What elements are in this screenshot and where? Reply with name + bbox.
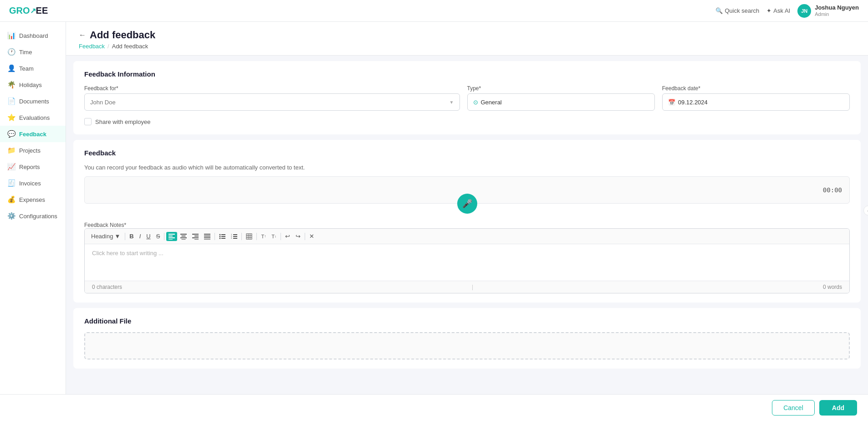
dropdown-arrow-icon: ▼: [449, 100, 454, 105]
back-button[interactable]: ←: [79, 31, 86, 39]
word-count: 0 words: [823, 284, 842, 290]
ask-ai-button[interactable]: ✦ Ask AI: [766, 7, 790, 14]
sidebar-item-invoices[interactable]: 🧾 Invoices: [0, 175, 66, 191]
ordered-list-button[interactable]: 1.2.3.: [229, 232, 240, 241]
calendar-icon: 📅: [668, 99, 675, 106]
feedback-section: Feedback You can record your feedback as…: [73, 140, 861, 303]
feedback-icon: 💬: [7, 130, 15, 138]
sidebar-item-expenses[interactable]: 💰 Expenses: [0, 191, 66, 208]
sidebar-item-documents[interactable]: 📄 Documents: [0, 93, 66, 109]
sidebar-item-team[interactable]: 👤 Team: [0, 60, 66, 77]
invoices-icon: 🧾: [7, 179, 15, 187]
heading-select[interactable]: Heading ▼: [88, 231, 123, 241]
feedback-for-group: Feedback for* ▼: [84, 85, 460, 111]
editor-container: Heading ▼ B I U: [84, 228, 850, 293]
svg-rect-6: [180, 237, 187, 238]
svg-rect-21: [221, 238, 225, 239]
file-upload-area[interactable]: [84, 332, 850, 359]
mic-button[interactable]: 🎤: [457, 194, 477, 214]
content-area: ← Add feedback Feedback / Add feedback F…: [66, 22, 868, 421]
reports-icon: 📈: [7, 163, 15, 171]
type-input[interactable]: ⊙ General: [467, 93, 655, 111]
editor-divider: |: [472, 284, 473, 290]
svg-rect-5: [182, 236, 186, 236]
svg-rect-3: [168, 239, 173, 240]
svg-rect-15: [204, 239, 210, 240]
page-header: ← Add feedback Feedback / Add feedback: [66, 22, 868, 56]
cancel-button[interactable]: Cancel: [772, 400, 815, 416]
svg-point-20: [220, 237, 221, 239]
undo-button[interactable]: ↩: [283, 231, 292, 241]
feedback-for-input[interactable]: ▼: [84, 93, 460, 111]
svg-point-18: [220, 236, 221, 237]
evaluations-icon: ⭐: [7, 113, 15, 122]
feedback-for-field[interactable]: [90, 99, 447, 106]
date-label: Feedback date*: [662, 85, 850, 92]
sidebar-item-evaluations[interactable]: ⭐ Evaluations: [0, 109, 66, 126]
ai-icon: ✦: [766, 7, 771, 14]
bold-button[interactable]: B: [127, 231, 136, 241]
subscript-button[interactable]: T↓: [269, 232, 279, 241]
type-label: Type*: [467, 85, 655, 92]
svg-rect-28: [246, 234, 252, 239]
quick-search-button[interactable]: 🔍 Quick search: [715, 7, 759, 14]
share-with-employee-row: Share with employee: [84, 118, 850, 125]
documents-icon: 📄: [7, 97, 15, 105]
ordered-list-icon: 1.2.3.: [231, 233, 237, 240]
toolbar-separator: [281, 233, 281, 240]
feedback-section-title: Feedback: [84, 149, 850, 157]
svg-text:3.: 3.: [231, 237, 232, 239]
align-center-button[interactable]: [178, 232, 189, 241]
redo-button[interactable]: ↪: [293, 231, 303, 241]
align-center-icon: [180, 233, 187, 240]
toolbar-separator: [256, 233, 257, 240]
user-role: Admin: [815, 11, 859, 17]
audio-timer: 00:00: [823, 186, 842, 194]
sidebar: ‹ 📊 Dashboard 🕐 Time 👤 Team 🌴 Holidays 📄…: [0, 22, 66, 421]
sidebar-item-dashboard[interactable]: 📊 Dashboard: [0, 27, 66, 44]
sidebar-item-projects[interactable]: 📁 Projects: [0, 142, 66, 159]
expenses-icon: 💰: [7, 195, 15, 204]
svg-rect-9: [194, 236, 199, 236]
type-icon: ⊙: [473, 99, 478, 106]
svg-point-16: [220, 234, 221, 235]
superscript-button[interactable]: T↑: [259, 232, 268, 241]
editor-placeholder: Click here to start writing ...: [92, 250, 163, 257]
bullet-list-icon: [219, 233, 225, 240]
sidebar-item-label: Holidays: [19, 82, 42, 88]
sidebar-item-label: Invoices: [19, 180, 41, 187]
strikethrough-button[interactable]: S: [154, 231, 163, 241]
svg-rect-1: [168, 236, 173, 236]
align-justify-button[interactable]: [202, 232, 213, 241]
bottom-bar: Cancel Add: [0, 394, 868, 421]
type-group: Type* ⊙ General: [467, 85, 655, 111]
editor-body[interactable]: Click here to start writing ...: [85, 244, 849, 281]
toolbar-separator: [214, 233, 215, 240]
bullet-list-button[interactable]: [217, 232, 228, 241]
avatar: JN: [797, 4, 811, 18]
share-checkbox[interactable]: [84, 118, 92, 125]
align-left-button[interactable]: [166, 232, 177, 241]
additional-file-title: Additional File: [84, 317, 850, 325]
svg-rect-8: [192, 234, 199, 235]
svg-rect-2: [168, 237, 175, 238]
sidebar-item-holidays[interactable]: 🌴 Holidays: [0, 77, 66, 93]
sidebar-item-reports[interactable]: 📈 Reports: [0, 159, 66, 175]
share-label: Share with employee: [95, 118, 150, 125]
clear-format-button[interactable]: ✕: [307, 231, 317, 241]
heading-arrow: ▼: [114, 233, 120, 240]
table-button[interactable]: [244, 232, 255, 241]
italic-button[interactable]: I: [137, 231, 143, 241]
date-input[interactable]: 📅 09.12.2024: [662, 93, 850, 111]
align-right-button[interactable]: [190, 232, 201, 241]
add-button[interactable]: Add: [819, 400, 857, 416]
sidebar-item-feedback[interactable]: 💬 Feedback: [0, 126, 66, 142]
sidebar-item-label: Expenses: [19, 196, 45, 203]
mic-icon: 🎤: [462, 199, 472, 209]
char-count: 0 characters: [92, 284, 122, 290]
underline-button[interactable]: U: [144, 231, 153, 241]
sidebar-item-configurations[interactable]: ⚙️ Configurations: [0, 208, 66, 224]
breadcrumb-root[interactable]: Feedback: [79, 43, 105, 50]
user-info: Joshua Nguyen Admin: [815, 4, 859, 17]
sidebar-item-time[interactable]: 🕐 Time: [0, 44, 66, 60]
